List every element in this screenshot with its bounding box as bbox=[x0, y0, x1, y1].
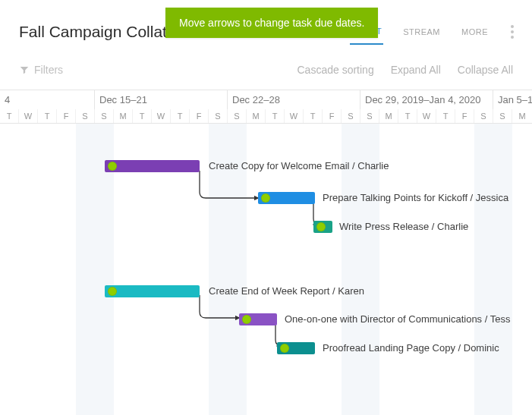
day-col: S bbox=[209, 109, 228, 123]
task-bar-proofread[interactable] bbox=[277, 342, 315, 354]
tab-more[interactable]: MORE bbox=[460, 20, 490, 44]
task-bar-end-of-week[interactable] bbox=[105, 285, 200, 297]
day-col: W bbox=[285, 109, 304, 123]
filters-button[interactable]: Filters bbox=[19, 64, 63, 76]
day-col: S bbox=[76, 109, 95, 123]
tab-stream[interactable]: STREAM bbox=[401, 20, 442, 44]
task-label[interactable]: Prepare Talking Points for Kickoff / Jes… bbox=[323, 192, 508, 203]
day-col: F bbox=[57, 109, 76, 123]
toolbar: Filters Cascade sorting Expand All Colla… bbox=[0, 56, 532, 90]
toolbar-actions: Cascade sorting Expand All Collapse All bbox=[297, 64, 514, 76]
task-label[interactable]: Write Press Release / Charlie bbox=[339, 221, 468, 232]
task-row: Create Copy for Welcome Email / Charlie bbox=[0, 158, 532, 176]
week-dec15: Dec 15–21 bbox=[95, 90, 228, 109]
task-row: One-on-one with Director of Communicatio… bbox=[0, 311, 532, 329]
timeline-header: 4 Dec 15–21 Dec 22–28 Dec 29, 2019–Jan 4… bbox=[0, 90, 532, 124]
day-col: S bbox=[360, 109, 379, 123]
assignee-avatar bbox=[108, 287, 117, 296]
day-col: F bbox=[323, 109, 342, 123]
gantt-body[interactable]: Create Copy for Welcome Email / Charlie … bbox=[0, 124, 532, 415]
filter-icon bbox=[19, 64, 30, 75]
task-row: Create End of Week Report / Karen bbox=[0, 283, 532, 301]
weeks-row: 4 Dec 15–21 Dec 22–28 Dec 29, 2019–Jan 4… bbox=[0, 90, 532, 109]
task-label[interactable]: Create Copy for Welcome Email / Charlie bbox=[209, 160, 389, 171]
task-row: Prepare Talking Points for Kickoff / Jes… bbox=[0, 190, 532, 208]
day-col: S bbox=[342, 109, 360, 123]
task-row: Write Press Release / Charlie bbox=[0, 219, 532, 237]
cascade-sorting-button[interactable]: Cascade sorting bbox=[297, 64, 374, 76]
day-col: W bbox=[152, 109, 171, 123]
day-col: F bbox=[455, 109, 474, 123]
day-col: T bbox=[398, 109, 417, 123]
day-col: W bbox=[417, 109, 436, 123]
day-col: T bbox=[133, 109, 152, 123]
day-col: W bbox=[19, 109, 38, 123]
day-col: T bbox=[38, 109, 57, 123]
days-row: T W T F S S M T W T F S S M T W T F S S … bbox=[0, 109, 532, 123]
task-bar-one-on-one[interactable] bbox=[239, 313, 277, 325]
task-bar-press-release[interactable] bbox=[313, 221, 332, 233]
day-col: T bbox=[436, 109, 455, 123]
assignee-avatar bbox=[242, 315, 251, 324]
task-label[interactable]: Proofread Landing Page Copy / Dominic bbox=[323, 342, 499, 354]
day-col: M bbox=[247, 109, 266, 123]
day-col: M bbox=[379, 109, 398, 123]
assignee-avatar bbox=[316, 222, 326, 231]
week-dec22: Dec 22–28 bbox=[228, 90, 360, 109]
week-dec29: Dec 29, 2019–Jan 4, 2020 bbox=[360, 90, 493, 109]
day-col: T bbox=[266, 109, 285, 123]
assignee-avatar bbox=[108, 162, 117, 171]
day-col: S bbox=[228, 109, 247, 123]
week-partial: 4 bbox=[0, 90, 95, 109]
expand-all-button[interactable]: Expand All bbox=[391, 64, 441, 76]
day-col: M bbox=[114, 109, 133, 123]
day-col: S bbox=[474, 109, 493, 123]
week-jan5: Jan 5–11 bbox=[493, 90, 532, 109]
hint-toast: Move arrows to change task due dates. bbox=[165, 8, 378, 38]
day-col: T bbox=[0, 109, 19, 123]
day-col: M bbox=[512, 109, 532, 123]
task-bar-talking-points[interactable] bbox=[258, 192, 315, 204]
filters-label: Filters bbox=[34, 64, 63, 76]
task-bar-create-copy[interactable] bbox=[105, 160, 200, 172]
collapse-all-button[interactable]: Collapse All bbox=[458, 64, 513, 76]
day-col: T bbox=[304, 109, 323, 123]
task-label[interactable]: One-on-one with Director of Communicatio… bbox=[285, 313, 510, 325]
overflow-menu-icon[interactable] bbox=[508, 22, 517, 42]
day-col: F bbox=[190, 109, 209, 123]
assignee-avatar bbox=[280, 344, 289, 353]
day-col: S bbox=[95, 109, 114, 123]
day-col: T bbox=[171, 109, 190, 123]
task-row: Proofread Landing Page Copy / Dominic bbox=[0, 340, 532, 358]
assignee-avatar bbox=[261, 193, 270, 203]
day-col: S bbox=[493, 109, 512, 123]
task-label[interactable]: Create End of Week Report / Karen bbox=[209, 285, 364, 297]
